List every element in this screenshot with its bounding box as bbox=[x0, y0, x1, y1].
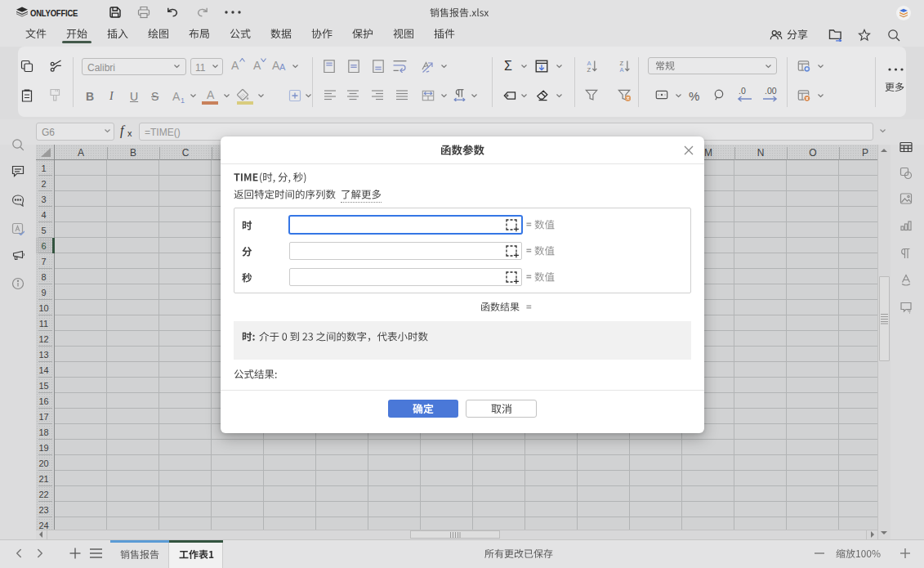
svg-text:Z: Z bbox=[587, 66, 591, 73]
svg-text:A: A bbox=[620, 66, 624, 73]
